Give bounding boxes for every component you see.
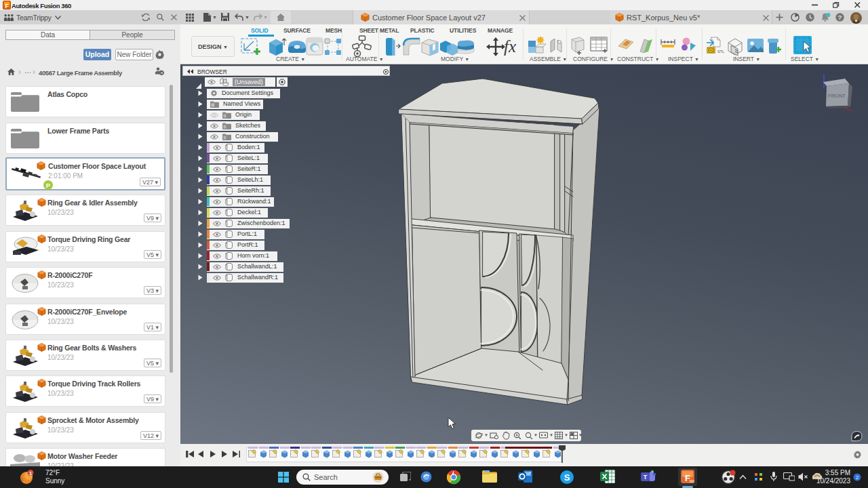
- svg-text:?: ?: [838, 14, 842, 21]
- svg-text:2: 2: [856, 474, 859, 481]
- svg-text:STL: STL: [717, 49, 724, 54]
- svg-text:P: P: [46, 182, 51, 189]
- svg-text:F: F: [5, 3, 8, 9]
- svg-text:S: S: [564, 472, 570, 483]
- svg-text:FRONT: FRONT: [828, 93, 846, 99]
- svg-text:T: T: [644, 474, 648, 481]
- svg-text:1: 1: [29, 470, 32, 476]
